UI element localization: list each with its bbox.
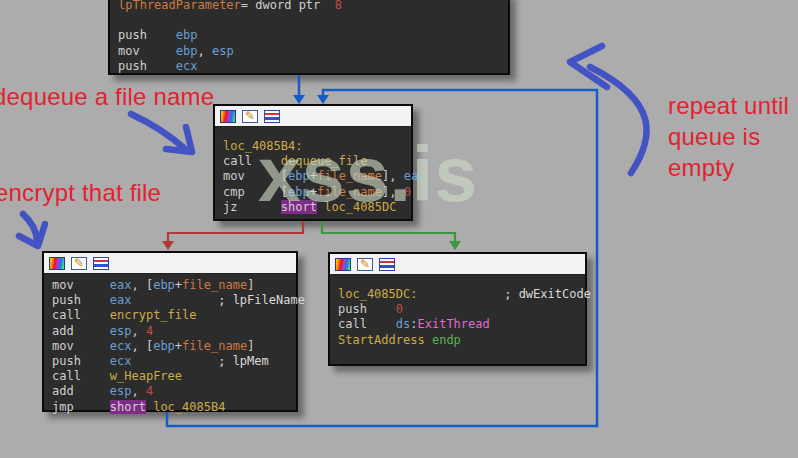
code-token-txt: , bbox=[131, 324, 145, 338]
code-token-lbl: encrypt_file bbox=[110, 308, 197, 322]
code-line[interactable]: lpThreadParameter= dword ptr 8 bbox=[118, 0, 502, 13]
code-token-txt: [ bbox=[281, 169, 288, 183]
code-token-short: short bbox=[281, 200, 317, 214]
annotation-repeat-line2: queue is bbox=[668, 121, 789, 152]
block-dequeue-loop-head[interactable]: ✎loc_4085B4:call dequeue_filemov [ebp+fi… bbox=[213, 104, 413, 221]
code-line[interactable]: mov eax, [ebp+file_name] bbox=[52, 278, 290, 293]
code-token-reg: eax bbox=[110, 278, 132, 292]
code-token-txt: call bbox=[52, 308, 110, 322]
window-arrows-icon[interactable] bbox=[264, 110, 280, 123]
code-token-txt: dword ptr bbox=[255, 0, 334, 12]
code-line[interactable]: push 0 bbox=[338, 302, 579, 317]
code-token-reg: ebp bbox=[288, 185, 310, 199]
code-token-txt: call bbox=[223, 154, 281, 168]
code-line[interactable]: call dequeue_file bbox=[223, 154, 405, 169]
code-token-cmt: ; lpFileName bbox=[218, 293, 305, 307]
pencil-edit-icon[interactable]: ✎ bbox=[71, 257, 87, 270]
code-token-txt: call bbox=[338, 317, 396, 331]
pencil-edit-icon[interactable]: ✎ bbox=[357, 258, 373, 271]
code-token-cmt: ; dwExitCode bbox=[504, 287, 591, 301]
code-token-txt: mov bbox=[223, 169, 281, 183]
code-token-lbl: loc_4085B4 bbox=[153, 400, 225, 414]
code-token-txt: add bbox=[52, 324, 110, 338]
palette-icon[interactable] bbox=[49, 257, 65, 270]
block-exit-thread[interactable]: ✎loc_4085DC: ; dwExitCodepush 0call ds:E… bbox=[328, 252, 587, 366]
code-line[interactable] bbox=[118, 13, 502, 28]
code-line[interactable]: StartAddress endp bbox=[338, 333, 579, 348]
code-token-txt: mov bbox=[118, 44, 176, 58]
annotation-repeat-line3: empty bbox=[668, 152, 789, 183]
code-token-txt: + bbox=[310, 169, 317, 183]
code-token-txt: push bbox=[118, 28, 176, 42]
code-token-reg: ecx bbox=[110, 354, 132, 368]
code-token-lbl: loc_4085DC bbox=[324, 200, 396, 214]
code-token-reg: eax bbox=[110, 293, 132, 307]
code-token-num: 0 bbox=[396, 302, 403, 316]
code-token-txt: ], bbox=[382, 185, 404, 199]
hand-arrow-encrypt-shaft bbox=[23, 214, 37, 240]
code-token-num: 4 bbox=[146, 324, 153, 338]
edge-fallthrough-encrypt bbox=[168, 221, 303, 241]
code-token-txt: , [ bbox=[131, 278, 153, 292]
arrowhead-prologue bbox=[293, 95, 305, 104]
block-titlebar[interactable]: ✎ bbox=[330, 254, 585, 275]
code-line[interactable]: mov ecx, [ebp+file_name] bbox=[52, 339, 290, 354]
code-line[interactable]: loc_4085B4: bbox=[223, 139, 405, 154]
block-titlebar[interactable]: ✎ bbox=[215, 106, 411, 127]
code-token-reg: ebp bbox=[176, 44, 198, 58]
code-token-reg: ebp bbox=[288, 169, 310, 183]
palette-icon[interactable] bbox=[220, 110, 236, 123]
window-arrows-icon[interactable] bbox=[93, 257, 109, 270]
code-token-reg: ecx bbox=[176, 59, 198, 73]
code-line[interactable]: loc_4085DC: ; dwExitCode bbox=[338, 287, 579, 302]
code-line[interactable]: add esp, 4 bbox=[52, 324, 290, 339]
code-line[interactable]: push ecx ; lpMem bbox=[52, 354, 290, 369]
code-line[interactable]: call w_HeapFree bbox=[52, 369, 290, 384]
code-listing: loc_4085DC: ; dwExitCodepush 0call ds:Ex… bbox=[330, 275, 585, 348]
code-line[interactable]: call ds:ExitThread bbox=[338, 317, 579, 332]
edge-jz-exit bbox=[322, 221, 455, 241]
code-token-var: file_name bbox=[317, 185, 382, 199]
annotation-dequeue: dequeue a file name bbox=[0, 83, 214, 111]
block-encrypt-file[interactable]: ✎mov eax, [ebp+file_name]push eax ; lpFi… bbox=[42, 251, 298, 412]
code-line[interactable]: add esp, 4 bbox=[52, 384, 290, 399]
code-token-var: lpThreadParameter bbox=[118, 0, 241, 12]
window-arrows-icon[interactable] bbox=[379, 258, 395, 271]
code-line[interactable]: call encrypt_file bbox=[52, 308, 290, 323]
code-token-short: short bbox=[110, 400, 146, 414]
code-token-num: 0 bbox=[404, 185, 411, 199]
hand-arrow-repeat-head bbox=[570, 46, 607, 87]
code-line[interactable]: push eax ; lpFileName bbox=[52, 293, 290, 308]
code-line[interactable]: mov ebp, esp bbox=[118, 44, 502, 59]
pencil-edit-icon[interactable]: ✎ bbox=[242, 110, 258, 123]
code-token-num: 8 bbox=[335, 0, 342, 12]
code-token-txt: , [ bbox=[131, 339, 153, 353]
hand-arrow-dequeue-head bbox=[166, 127, 192, 152]
hand-arrow-dequeue-shaft bbox=[131, 114, 185, 149]
code-token-txt: mov bbox=[52, 339, 110, 353]
code-line[interactable]: jz short loc_4085DC bbox=[223, 200, 405, 215]
code-token-reg: ebp bbox=[153, 278, 175, 292]
code-token-reg: ebp bbox=[176, 28, 198, 42]
block-thread-prologue[interactable]: lpThreadParameter= dword ptr 8push ebpmo… bbox=[108, 0, 510, 75]
code-token-end: endp bbox=[432, 333, 461, 347]
palette-icon[interactable] bbox=[335, 258, 351, 271]
code-listing: lpThreadParameter= dword ptr 8push ebpmo… bbox=[110, 0, 508, 74]
code-line[interactable]: mov [ebp+file_name], eax bbox=[223, 169, 405, 184]
code-token-reg: ecx bbox=[110, 339, 132, 353]
code-line[interactable]: push ecx bbox=[118, 59, 502, 74]
code-token-lbl: StartAddress bbox=[338, 333, 425, 347]
block-titlebar[interactable]: ✎ bbox=[44, 253, 296, 274]
code-token-txt: + bbox=[175, 278, 182, 292]
code-line[interactable]: push ebp bbox=[118, 28, 502, 43]
code-token-txt: , bbox=[131, 384, 145, 398]
code-token-txt: push bbox=[338, 302, 396, 316]
ida-graph-view: lpThreadParameter= dword ptr 8push ebpmo… bbox=[0, 0, 798, 458]
code-token-txt: push bbox=[52, 354, 110, 368]
code-line[interactable]: jmp short loc_4085B4 bbox=[52, 400, 290, 415]
code-token-txt bbox=[131, 293, 218, 307]
annotation-repeat: repeat until queue is empty bbox=[668, 90, 789, 183]
code-token-txt: = bbox=[241, 0, 255, 12]
arrowhead-loop-back bbox=[317, 95, 329, 104]
code-line[interactable]: cmp [ebp+file_name], 0 bbox=[223, 185, 405, 200]
